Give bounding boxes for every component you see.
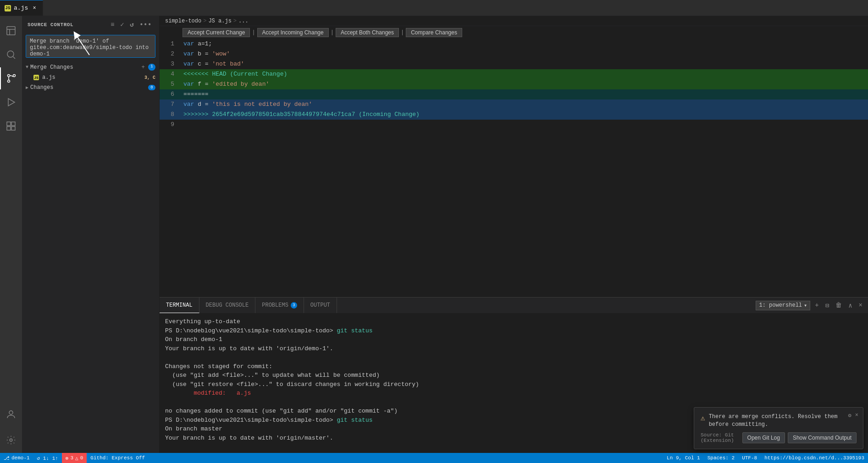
- accept-both-changes-button[interactable]: Accept Both Changes: [336, 28, 399, 37]
- code-line-3: 3 var c = 'not bad': [160, 59, 868, 69]
- activity-search[interactable]: [0, 44, 22, 66]
- panel-new-terminal-icon[interactable]: +: [813, 301, 820, 310]
- commit-message-input[interactable]: Merge branch 'demo-1' of gitee.com:deanw…: [26, 35, 155, 58]
- merge-changes-header[interactable]: ▼ Merge Changes + 1: [22, 62, 159, 72]
- sidebar-menu-icon[interactable]: ≡: [109, 20, 116, 29]
- status-sync[interactable]: ↺ 1↓ 1↑: [33, 453, 62, 463]
- term-line: [165, 398, 862, 407]
- activity-settings[interactable]: [0, 429, 22, 451]
- error-icon: ⊗: [66, 455, 69, 461]
- activity-run[interactable]: [0, 91, 22, 113]
- app-container: JS a.js ×: [0, 0, 868, 463]
- tab-output[interactable]: OUTPUT: [304, 298, 337, 313]
- status-branch[interactable]: ⎇ demo-1: [0, 453, 33, 463]
- notif-warning-icon: ⚠: [701, 413, 705, 423]
- notif-close-area: ⚙ ×: [847, 411, 859, 420]
- activity-accounts[interactable]: [0, 403, 22, 425]
- line-num-1: 1: [160, 39, 182, 49]
- breadcrumb-simpletodo[interactable]: simple-todo: [165, 18, 201, 24]
- notif-message: There are merge conflicts. Resolve them …: [709, 413, 857, 429]
- status-link[interactable]: https://blog.csdn.net/d...3395193: [761, 453, 868, 463]
- merge-file-js-icon: JS: [33, 74, 39, 81]
- compare-changes-button[interactable]: Compare Changes: [406, 28, 462, 37]
- changes-title: Changes: [30, 84, 146, 91]
- breadcrumb: simple-todo > JS a.js > ...: [160, 16, 868, 26]
- svg-rect-12: [7, 127, 11, 130]
- line-num-4: 4: [160, 69, 182, 79]
- line-content-3: var c = 'not bad': [182, 59, 868, 69]
- status-githd[interactable]: Githd: Express Off: [87, 453, 149, 463]
- tab-ajs[interactable]: JS a.js ×: [0, 0, 43, 16]
- svg-rect-11: [11, 122, 15, 126]
- tab-label: a.js: [14, 5, 28, 11]
- tab-terminal[interactable]: TERMINAL: [160, 298, 199, 313]
- main-content: Source Control ≡ ✓ ↺ ••• Merge branch 'd…: [0, 16, 868, 453]
- sidebar-header-actions: ≡ ✓ ↺ •••: [109, 20, 154, 29]
- commit-input-wrapper: Merge branch 'demo-1' of gitee.com:deanw…: [22, 33, 159, 62]
- svg-line-4: [13, 57, 16, 59]
- status-spaces[interactable]: Spaces: 2: [704, 453, 738, 463]
- warning-icon: △: [75, 455, 78, 461]
- notif-close-icon[interactable]: ×: [854, 411, 859, 420]
- term-line: Changes not staged for commit:: [165, 362, 862, 371]
- activity-source-control[interactable]: [0, 67, 22, 89]
- breadcrumb-dots[interactable]: ...: [238, 18, 249, 24]
- notif-settings-icon[interactable]: ⚙: [847, 411, 852, 420]
- code-editor[interactable]: 1 var a=1; 2 var b = 'wow' 3 var c = 'no…: [160, 39, 868, 297]
- tab-close-button[interactable]: ×: [31, 5, 38, 12]
- merge-file-ajs[interactable]: JS a.js 3, C: [22, 72, 159, 83]
- term-line: (use "git add <file>..." to update what …: [165, 371, 862, 380]
- status-errors[interactable]: ⊗ 3 △ 0: [62, 453, 87, 463]
- activity-explorer[interactable]: [0, 20, 22, 42]
- term-line: PS D:\nodeblog\vue2021\simple-todo\simpl…: [165, 326, 862, 336]
- notif-source: Source: Git (Extension): [701, 432, 742, 443]
- terminal-dropdown[interactable]: 1: powershell ▾: [756, 301, 810, 310]
- tab-terminal-label: TERMINAL: [166, 302, 193, 309]
- merge-changes-badge: 1: [148, 64, 155, 71]
- open-git-log-button[interactable]: Open Git Log: [742, 432, 785, 443]
- panel-close-icon[interactable]: ×: [857, 301, 864, 310]
- statusbar-left: ⎇ demo-1 ↺ 1↓ 1↑ ⊗ 3 △ 0 Githd: Express …: [0, 453, 149, 463]
- changes-header[interactable]: ▶ Changes 0: [22, 83, 159, 93]
- status-encoding[interactable]: UTF-8: [738, 453, 761, 463]
- tabbar: JS a.js ×: [0, 0, 868, 16]
- code-line-9: 9: [160, 120, 868, 130]
- merge-toolbar: Accept Current Change | Accept Incoming …: [160, 26, 868, 39]
- panel-split-icon[interactable]: ⊟: [824, 301, 831, 310]
- merge-file-badge: 3, C: [144, 75, 155, 80]
- accept-incoming-change-button[interactable]: Accept Incoming Change: [257, 28, 329, 37]
- panel-collapse-icon[interactable]: ∧: [846, 301, 854, 310]
- problems-badge: 3: [291, 302, 297, 309]
- changes-section: ▶ Changes 0: [22, 83, 159, 93]
- line-content-1: var a=1;: [182, 39, 868, 49]
- accept-current-change-button[interactable]: Accept Current Change: [182, 28, 250, 37]
- tab-debug-console[interactable]: DEBUG CONSOLE: [199, 298, 256, 313]
- sidebar-refresh-icon[interactable]: ↺: [128, 20, 136, 29]
- term-line: Everything up-to-date: [165, 317, 862, 326]
- tab-problems-label: PROBLEMS: [262, 302, 288, 309]
- panel-tabs: TERMINAL DEBUG CONSOLE PROBLEMS 3 OUTPUT: [160, 298, 868, 314]
- merge-add-icon[interactable]: +: [140, 64, 146, 71]
- terminal-dropdown-label: 1: powershell: [759, 302, 802, 309]
- status-cursor[interactable]: Ln 9, Col 1: [663, 453, 704, 463]
- sidebar-commit-icon[interactable]: ✓: [118, 20, 126, 29]
- show-command-output-button[interactable]: Show Command Output: [788, 432, 857, 443]
- tab-problems[interactable]: PROBLEMS 3: [255, 298, 304, 313]
- statusbar-right: Ln 9, Col 1 Spaces: 2 UTF-8 https://blog…: [663, 453, 868, 463]
- term-line: Your branch is up to date with 'origin/d…: [165, 344, 862, 353]
- tab-debug-label: DEBUG CONSOLE: [206, 302, 249, 309]
- panel-actions: 1: powershell ▾ + ⊟ 🗑 ∧ ×: [752, 298, 868, 313]
- svg-point-15: [10, 439, 12, 441]
- line-content-5: var f = 'edited by dean': [182, 79, 868, 89]
- editor: Accept Current Change | Accept Incoming …: [160, 26, 868, 297]
- code-line-1: 1 var a=1;: [160, 39, 868, 49]
- activity-extensions[interactable]: [0, 115, 22, 137]
- line-content-8: >>>>>>> 2654f2e69d5978501cab357884497974…: [182, 110, 868, 120]
- svg-point-6: [8, 80, 10, 83]
- breadcrumb-ajs[interactable]: JS a.js: [208, 18, 231, 24]
- svg-rect-13: [11, 127, 15, 130]
- activity-bar: [0, 16, 22, 453]
- sidebar-more-icon[interactable]: •••: [138, 20, 154, 29]
- encoding-label: UTF-8: [742, 455, 757, 461]
- panel-trash-icon[interactable]: 🗑: [834, 301, 844, 310]
